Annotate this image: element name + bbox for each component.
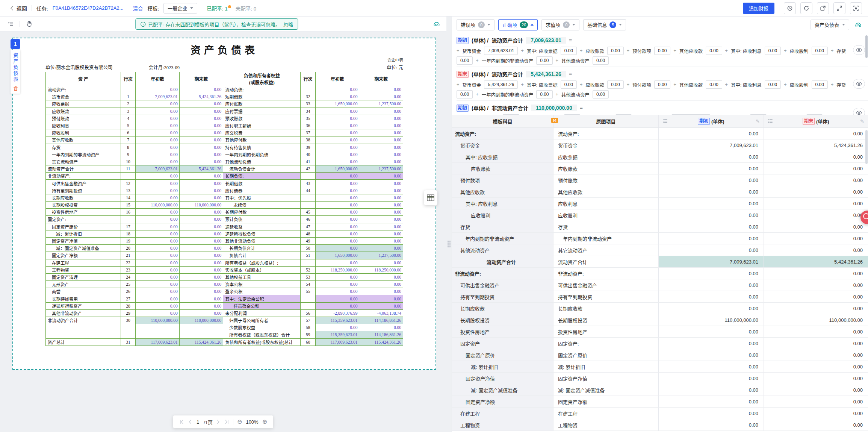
formula-item-value[interactable]: 0.00 [457, 56, 473, 65]
edit-column-icon[interactable]: ✎ [756, 118, 760, 124]
plus-sign: + [521, 48, 523, 53]
table-row[interactable]: 工程物资工程物资0.000.00 [452, 419, 868, 431]
open-external-button[interactable] [817, 2, 829, 14]
formula-item-value[interactable]: 0.00 [765, 47, 781, 55]
table-row[interactable]: 固定资产原价固定资产原价0.000.00 [452, 349, 868, 361]
template-select[interactable]: 一般企业 [163, 3, 197, 14]
table-row[interactable]: 投资性房地产投资性房地产0.000.00 [452, 326, 868, 338]
formula-item-value[interactable]: 0.00 [536, 90, 552, 99]
table-row[interactable]: 存货存货0.000.00 [452, 221, 868, 233]
filter-button-错误项[interactable]: 错误项0 [457, 19, 494, 30]
history-button[interactable] [784, 2, 796, 14]
template-subject-cell: 流动资产合计 [452, 256, 553, 267]
table-row[interactable]: 其中: 应收票据应收票据0.000.00 [452, 151, 868, 163]
formula-item-value[interactable]: 0.00 [812, 80, 828, 89]
formula-total-value[interactable]: 5,424,361.26 [526, 71, 566, 77]
formula-item-value[interactable]: 0.00 [654, 47, 670, 55]
formula-total-value[interactable]: 110,000,000.00 [531, 105, 577, 111]
formula-item-value[interactable]: 0.00 [607, 80, 623, 89]
table-extract-button[interactable] [424, 190, 437, 205]
table-row[interactable]: 流动资产合计流动资产合计7,009,623.015,424,361.26 [452, 256, 868, 268]
doc-item-label: 其他非流动负债 [223, 237, 301, 244]
formula-total-value[interactable]: 7,009,623.01 [526, 37, 566, 44]
last-page-button[interactable] [224, 420, 229, 424]
formula-block: 期末(单体) /流动资产合计5,424,361.26=+货币资金5,424,36… [457, 67, 868, 101]
back-button[interactable]: 返回 [11, 5, 27, 12]
column-menu-icon[interactable] [768, 118, 773, 125]
toggle-visibility-button[interactable] [853, 45, 865, 55]
table-row[interactable]: 可供出售金融资产可供出售金融资产0.000.00 [452, 279, 868, 291]
formula-item-value[interactable]: 0.00 [706, 47, 722, 55]
table-row[interactable]: 流动资产:流动资产:0.000.00 [452, 128, 868, 139]
zoom-out-button[interactable]: ⊖ [237, 419, 242, 425]
formula-item-value[interactable]: 0.00 [593, 56, 609, 65]
page-selection-border[interactable]: 资产负债表 会企01表 单位:丽水金汛股权投资有限公司 会计月:2023-09 … [12, 38, 436, 370]
scrollbar-thumb[interactable] [865, 35, 868, 58]
scrollbar-thumb[interactable] [865, 130, 868, 164]
table-row[interactable]: 一年内到期的非流动资产一年内到期的非流动资产0.000.00 [452, 233, 868, 244]
doc-begin-value: 0.00 [136, 180, 180, 187]
filter-button-基础信息[interactable]: 基础信息5 [583, 19, 626, 30]
table-row[interactable]: 货币资金货币资金7,009,623.015,424,361.26 [452, 139, 868, 151]
panel-ai-button[interactable] [853, 20, 863, 30]
warning-count-badge[interactable]: !4 [551, 118, 558, 123]
filter-button-求值项[interactable]: 求值项0 [541, 19, 579, 30]
current-page[interactable]: 1 [196, 419, 200, 425]
toggle-visibility-button[interactable] [853, 108, 865, 115]
table-row[interactable]: 其他应收款其他应收款0.000.00 [452, 186, 868, 198]
doc-ai-button[interactable] [431, 19, 442, 29]
formula-item-value[interactable]: 0.00 [607, 47, 623, 55]
prev-page-button[interactable] [188, 420, 192, 424]
table-row[interactable]: 应收股利应收股利0.000.00 [452, 209, 868, 221]
formula-item-value[interactable]: 0.00 [593, 90, 609, 99]
refresh-button[interactable] [800, 2, 812, 14]
edit-column-icon[interactable]: ✎ [860, 118, 864, 124]
formula-item-value[interactable]: 0.00 [812, 47, 828, 55]
doc-item-label: 其他流动负债 [223, 158, 301, 165]
table-row[interactable]: 其中: 应收利息应收利息0.000.00 [452, 198, 868, 209]
doc-end-value: 0.00 [179, 281, 223, 288]
column-menu-icon[interactable] [662, 118, 668, 125]
toggle-visibility-button[interactable] [853, 79, 865, 89]
page-tab-title[interactable]: 资产负债表 [12, 53, 19, 83]
table-row[interactable]: 长期应收款长期应收款0.000.00 [452, 303, 868, 314]
formula-item-value[interactable]: 0.00 [561, 47, 577, 55]
table-row[interactable]: 在建工程在建工程0.000.00 [452, 408, 868, 419]
table-row[interactable]: 持有至到期投资持有至到期投资0.000.00 [452, 291, 868, 303]
formula-item-value[interactable]: 5,424,361.26 [484, 80, 518, 89]
table-row[interactable]: 减: 累计折旧减: 累计折旧0.000.00 [452, 361, 868, 373]
first-page-button[interactable] [179, 420, 184, 424]
outline-button[interactable] [5, 19, 16, 29]
banner-ignore-link[interactable]: 忽略 [283, 21, 293, 28]
formula-item-value[interactable]: 0.00 [706, 80, 722, 89]
formula-item-value[interactable]: 0.00 [765, 80, 781, 89]
table-row[interactable]: 固定资产净额固定资产净额0.000.00 [452, 396, 868, 408]
task-link[interactable]: F0A41B46572E47D2A2B72A2... [53, 5, 124, 11]
pan-hand-button[interactable] [24, 19, 34, 29]
append-report-button[interactable]: 追加财报 [743, 3, 774, 14]
formula-scope: (单体) / [472, 70, 488, 78]
zoom-in-button[interactable]: ⊕ [262, 419, 267, 425]
delete-page-button[interactable] [13, 86, 18, 91]
formula-item-value[interactable]: 0.00 [536, 56, 552, 65]
report-type-select[interactable]: 资产负债表 [811, 20, 849, 30]
pane-splitter[interactable] [446, 17, 452, 432]
next-page-button[interactable] [216, 420, 220, 424]
table-row[interactable]: 非流动资产:非流动资产:0.000.00 [452, 268, 868, 279]
ocr-recognize-button[interactable] [850, 2, 862, 14]
table-row[interactable]: 固定资产固定资产:0.000.00 [452, 338, 868, 349]
formula-item-value[interactable]: 7,009,623.01 [484, 47, 518, 55]
table-row[interactable]: 应收账款应收账款0.000.00 [452, 163, 868, 174]
formula-item-value[interactable]: 0.00 [457, 90, 473, 99]
table-row[interactable]: 固定资产净值固定资产净值0.000.00 [452, 373, 868, 384]
table-row[interactable]: 长期股权投资长期股权投资110,000,000.00110,000,000.00 [452, 314, 868, 326]
table-row[interactable]: 减: 固定资产减值准备减: 固定资产减值准备0.000.00 [452, 384, 868, 396]
page-tab[interactable]: 1 资产负债表 [11, 39, 20, 94]
table-row[interactable]: 预付款项预付账款0.000.00 [452, 174, 868, 186]
doc-item-label: 流动资产合计 [46, 165, 121, 173]
table-row[interactable]: 其他流动资产其它流动资产0.000.00 [452, 244, 868, 256]
filter-button-正确项[interactable]: 正确项20 [498, 19, 538, 30]
formula-item-value[interactable]: 0.00 [561, 80, 577, 89]
fullscreen-button[interactable] [833, 2, 845, 14]
formula-item-value[interactable]: 0.00 [654, 80, 670, 89]
